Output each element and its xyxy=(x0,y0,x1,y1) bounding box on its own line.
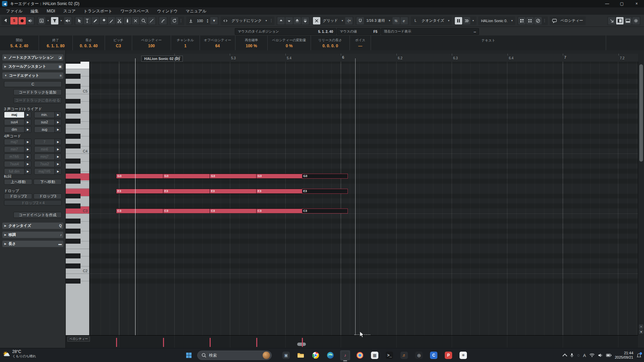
piano-key-black[interactable] xyxy=(66,99,80,104)
note-expression-panel-header[interactable]: ▶ノートエクスプレッション ◪ xyxy=(2,54,63,61)
close-button[interactable]: × xyxy=(629,0,644,7)
move-down-button[interactable]: 下へ移動 xyxy=(34,179,62,185)
velocity-stem[interactable] xyxy=(210,338,211,347)
chord-play-icon[interactable]: ▶ xyxy=(54,169,61,174)
notification-bell-icon[interactable] xyxy=(637,353,641,358)
menu-window[interactable]: ウィンドウ xyxy=(153,7,181,15)
search-box[interactable]: 検索 xyxy=(197,351,272,360)
taskbar-app-cubase[interactable]: C xyxy=(429,350,439,360)
velocity-stem[interactable] xyxy=(163,338,164,347)
zoom-tool[interactable] xyxy=(140,17,147,24)
velocity-stem[interactable] xyxy=(302,338,303,347)
midi-note-E3[interactable]: E3 xyxy=(163,189,210,194)
edit-active-part-button[interactable] xyxy=(463,17,470,24)
velocity-dropdown-icon[interactable]: ▼ xyxy=(210,17,218,24)
chord-button-7[interactable]: 7▶ xyxy=(34,139,62,145)
menu-transport[interactable]: トランスポート xyxy=(79,7,116,15)
piano-key-black[interactable] xyxy=(66,239,80,244)
chord-button-dim[interactable]: dim▶ xyxy=(4,126,32,133)
move-up-button[interactable]: 上へ移動 xyxy=(4,179,32,185)
taskbar-app-app-p[interactable]: P xyxy=(443,350,453,360)
insert-velocity-value[interactable]: 100 xyxy=(195,19,205,23)
quantize-panel-icon[interactable]: e xyxy=(400,17,408,24)
piano-key-black[interactable] xyxy=(66,144,80,149)
info-col-2[interactable]: 長さ0. 0. 3. 40 xyxy=(73,36,105,50)
show-pitch-visibility-button[interactable] xyxy=(518,17,526,24)
event-colors-icon[interactable] xyxy=(551,17,558,24)
timeline-ruler[interactable]: HALion Sonic 02 (D) 5.25.35.466.26.36.47… xyxy=(66,54,638,62)
part-list-dropdown-icon[interactable]: ▼ xyxy=(471,19,476,22)
range-selection-tool[interactable] xyxy=(84,17,91,24)
length-quantize-dropdown-icon[interactable]: ▼ xyxy=(446,19,451,22)
open-in-lower-zone-button[interactable] xyxy=(608,17,615,24)
loop-more-icon[interactable]: ⋮ xyxy=(178,18,183,23)
piano-key-black[interactable] xyxy=(66,62,80,64)
midi-note-E3[interactable]: E3 xyxy=(256,189,302,194)
drop3-button[interactable]: ドロップ3 xyxy=(34,193,62,199)
transpose-down-button[interactable] xyxy=(285,17,293,24)
iterative-quantize-icon[interactable] xyxy=(357,17,364,24)
insert-velocity-icon[interactable] xyxy=(187,17,195,24)
midi-note-C3[interactable]: C3 xyxy=(210,208,257,214)
quantize-panel-header[interactable]: ▶クオンタイズ Q xyxy=(2,223,63,229)
piano-key-black[interactable] xyxy=(66,74,80,79)
info-col-8[interactable]: ベロシティーの変動量0 % xyxy=(268,36,311,50)
tray-extra-icon[interactable]: ◌ xyxy=(577,353,580,358)
chord-play-icon[interactable]: ▶ xyxy=(54,139,61,145)
taskbar-app-chrome[interactable] xyxy=(311,350,321,360)
piano-key-black[interactable] xyxy=(66,169,80,174)
info-col-11[interactable]: テキスト xyxy=(371,36,606,50)
part-edit-dropdown-icon[interactable]: ▼ xyxy=(59,19,64,22)
transpose-octave-up-button[interactable] xyxy=(293,17,301,24)
taskbar-app-daw-app[interactable]: ♬ xyxy=(399,350,409,360)
autoscroll-button[interactable] xyxy=(38,17,45,24)
note-grid[interactable]: G3G3G3G3G3E3E3E3E3E3C3C3C3C3C3 xyxy=(90,62,638,335)
chord-button-aug[interactable]: aug▶ xyxy=(34,126,62,133)
taskbar-app-chatgpt[interactable]: ✳ xyxy=(458,350,468,360)
add-chord-track-button[interactable]: コードトラックを追加 xyxy=(13,89,62,95)
velocity-stem[interactable] xyxy=(116,338,117,347)
taskbar-app-obs[interactable]: ◎ xyxy=(414,350,424,360)
autoscroll-dropdown-icon[interactable]: ▼ xyxy=(46,19,51,22)
velocity-lane[interactable]: ベロシティー xyxy=(66,335,638,348)
info-col-5[interactable]: チャンネル1 xyxy=(171,36,200,50)
project-cursor[interactable] xyxy=(135,58,136,344)
midi-note-G3[interactable]: G3 xyxy=(163,174,210,179)
show-left-zone-button[interactable] xyxy=(616,17,624,24)
chord-play-icon[interactable]: ▶ xyxy=(24,169,31,174)
window-layout-gear-button[interactable] xyxy=(632,17,640,24)
setup-toolbar-icon[interactable] xyxy=(2,17,10,24)
menu-midi[interactable]: MIDI xyxy=(43,7,59,15)
drop2-button[interactable]: ドロップ2 xyxy=(4,193,32,199)
vertical-scroll-thumb[interactable] xyxy=(639,64,643,162)
info-col-7[interactable]: 再生確率100 % xyxy=(235,36,268,50)
piano-key-black[interactable] xyxy=(66,194,80,199)
glue-tool[interactable] xyxy=(124,17,131,24)
object-selection-tool[interactable] xyxy=(75,17,83,24)
taskbar-app-calculator[interactable]: ▦ xyxy=(370,350,380,360)
piano-key-black[interactable] xyxy=(66,229,80,234)
chord-button-min7[interactable]: min7▶ xyxy=(4,146,32,153)
link-grid-dropdown-icon[interactable]: ▼ xyxy=(264,19,269,22)
midi-note-C3[interactable]: C3 xyxy=(163,208,210,214)
start-button[interactable] xyxy=(184,350,194,360)
transpose-octave-down-button[interactable] xyxy=(302,17,309,24)
piano-key-black[interactable] xyxy=(66,279,80,284)
snap-on-off-button[interactable] xyxy=(313,17,320,24)
chord-button-7sus4[interactable]: 7sus4▶ xyxy=(4,161,32,167)
chord-play-icon[interactable]: ▶ xyxy=(54,146,61,152)
piano-key-black[interactable] xyxy=(66,203,80,208)
chord-button-min[interactable]: min.▶ xyxy=(34,112,62,118)
quantize-preset-select[interactable]: 1/16 3 連符 xyxy=(364,18,387,23)
menu-workspace[interactable]: ワークスペース xyxy=(116,7,153,15)
acoustic-feedback-button[interactable] xyxy=(26,17,34,24)
taskbar-app-browser-2[interactable] xyxy=(355,350,365,360)
event-colors-select[interactable]: ベロシティー xyxy=(558,18,585,23)
show-note-expression-button[interactable] xyxy=(64,17,71,24)
draw-tool[interactable] xyxy=(92,17,99,24)
piano-key-black[interactable] xyxy=(66,119,80,124)
menu-manual[interactable]: マニュアル xyxy=(182,7,210,15)
snap-type-select[interactable]: グリッド xyxy=(321,18,340,23)
mute-tool[interactable] xyxy=(132,17,139,24)
piano-key-black[interactable] xyxy=(66,263,80,268)
